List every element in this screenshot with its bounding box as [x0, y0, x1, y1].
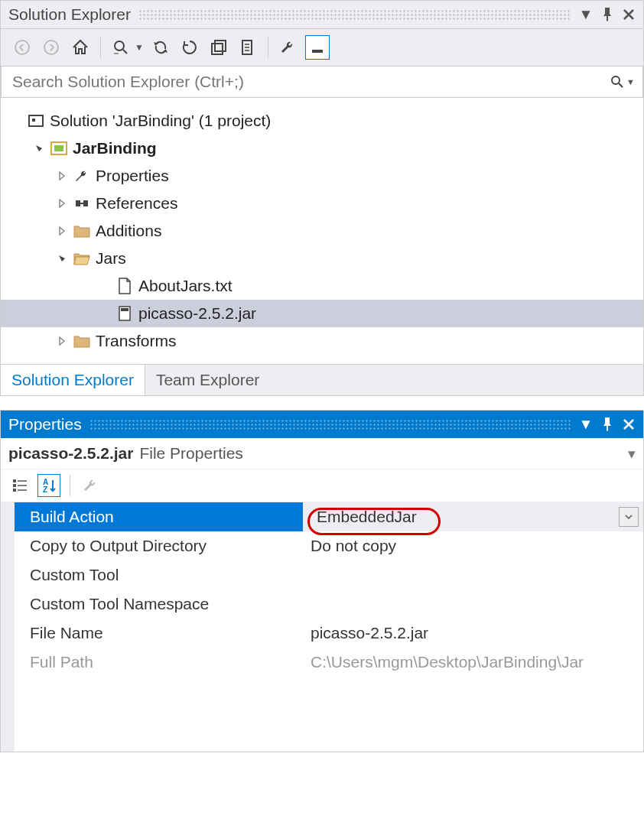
- tab-solution-explorer[interactable]: Solution Explorer: [1, 365, 145, 395]
- dropdown-arrow-icon[interactable]: [619, 507, 639, 527]
- prop-row-custom-tool[interactable]: Custom Tool: [1, 560, 643, 590]
- search-icon[interactable]: ▼: [610, 74, 635, 89]
- expander-icon[interactable]: [56, 225, 68, 237]
- property-grid-footer: [1, 677, 643, 752]
- svg-rect-16: [13, 479, 16, 482]
- tab-team-explorer[interactable]: Team Explorer: [145, 365, 270, 395]
- svg-rect-9: [32, 119, 35, 122]
- folder-icon: [73, 332, 91, 350]
- refresh-button[interactable]: [148, 35, 173, 60]
- prop-row-custom-tool-ns[interactable]: Custom Tool Namespace: [1, 590, 643, 619]
- solution-tree: Solution 'JarBinding' (1 project) JarBin…: [1, 98, 643, 364]
- prop-value[interactable]: [303, 590, 643, 619]
- expander-icon[interactable]: [33, 142, 45, 154]
- dropdown-icon[interactable]: ▼: [579, 417, 593, 431]
- prop-value[interactable]: Do not copy: [303, 531, 643, 560]
- svg-point-2: [115, 41, 124, 50]
- preview-button[interactable]: [305, 35, 330, 60]
- sync-button[interactable]: [177, 35, 202, 60]
- show-all-button[interactable]: [236, 35, 260, 60]
- svg-rect-15: [121, 308, 128, 311]
- folder-open-icon: [73, 249, 91, 268]
- prop-row-file-name[interactable]: File Name picasso-2.5.2.jar: [1, 619, 643, 648]
- solution-icon: [27, 112, 45, 130]
- alphabetical-button[interactable]: AZ: [37, 474, 60, 497]
- expander-icon[interactable]: [56, 252, 68, 265]
- prop-row-full-path[interactable]: Full Path C:\Users\mgm\Desktop\JarBindin…: [1, 648, 643, 677]
- additions-node[interactable]: Additions: [1, 217, 643, 245]
- pin-icon[interactable]: [600, 8, 614, 21]
- properties-title: Properties: [8, 415, 82, 434]
- project-label: JarBinding: [73, 139, 157, 158]
- picasso-jar-label: picasso-2.5.2.jar: [138, 304, 256, 323]
- prop-value: C:\Users\mgm\Desktop\JarBinding\Jar: [303, 648, 643, 677]
- separator: [70, 475, 70, 496]
- drag-handle[interactable]: [89, 419, 571, 430]
- properties-label: Properties: [96, 167, 169, 185]
- close-icon[interactable]: [622, 8, 636, 21]
- folder-icon: [73, 222, 91, 240]
- expander-icon[interactable]: [56, 170, 68, 182]
- properties-filetype: File Properties: [139, 444, 242, 463]
- prop-value[interactable]: picasso-2.5.2.jar: [303, 619, 643, 648]
- svg-rect-13: [83, 200, 88, 206]
- pin-icon[interactable]: [600, 417, 614, 431]
- prop-label: File Name: [1, 619, 303, 648]
- prop-label: Custom Tool: [1, 560, 303, 590]
- jars-label: Jars: [96, 249, 126, 268]
- svg-rect-4: [215, 41, 226, 51]
- jar-icon: [115, 304, 134, 323]
- categorized-button[interactable]: [8, 474, 31, 497]
- about-jars-node[interactable]: AboutJars.txt: [1, 272, 643, 300]
- properties-filename: picasso-2.5.2.jar: [8, 444, 133, 463]
- dropdown-icon[interactable]: ▼: [579, 8, 593, 21]
- svg-text:Z: Z: [43, 486, 47, 494]
- svg-point-0: [15, 41, 29, 54]
- expander-icon[interactable]: [56, 197, 68, 209]
- separator: [100, 37, 101, 58]
- scope-button[interactable]: [109, 35, 133, 60]
- svg-rect-6: [312, 50, 323, 53]
- scope-dropdown-icon[interactable]: ▼: [135, 42, 144, 53]
- svg-point-7: [612, 76, 620, 84]
- property-pages-button[interactable]: [80, 474, 102, 497]
- properties-node[interactable]: Properties: [1, 162, 643, 190]
- transforms-label: Transforms: [96, 332, 176, 350]
- properties-button[interactable]: [276, 35, 301, 60]
- close-icon[interactable]: [622, 417, 636, 431]
- prop-label: Copy to Output Directory: [1, 531, 303, 560]
- expander-icon[interactable]: [56, 335, 68, 347]
- transforms-node[interactable]: Transforms: [1, 327, 643, 355]
- references-node[interactable]: References: [1, 190, 643, 217]
- picasso-jar-node[interactable]: picasso-2.5.2.jar: [1, 300, 643, 327]
- prop-label: Build Action: [1, 502, 303, 531]
- svg-rect-11: [54, 145, 63, 151]
- prop-row-copy-output[interactable]: Copy to Output Directory Do not copy: [1, 531, 643, 560]
- home-button[interactable]: [68, 35, 93, 60]
- svg-rect-8: [29, 115, 43, 126]
- back-button[interactable]: [10, 35, 34, 60]
- panel-tabs: Solution Explorer Team Explorer: [1, 364, 643, 395]
- properties-toolbar: AZ: [1, 469, 643, 502]
- properties-panel: Properties ▼ picasso-2.5.2.jar File Prop…: [0, 410, 644, 752]
- wrench-icon: [73, 167, 91, 185]
- solution-explorer-header: Solution Explorer ▼: [1, 1, 643, 29]
- prop-label: Full Path: [1, 648, 303, 677]
- search-input[interactable]: [9, 70, 610, 94]
- svg-rect-12: [76, 200, 80, 206]
- forward-button[interactable]: [39, 35, 63, 60]
- drag-handle[interactable]: [138, 9, 571, 20]
- collapse-button[interactable]: [207, 35, 231, 60]
- subheader-dropdown-icon[interactable]: ▾: [628, 445, 636, 463]
- solution-node[interactable]: Solution 'JarBinding' (1 project): [1, 107, 643, 135]
- project-node[interactable]: JarBinding: [1, 135, 643, 162]
- jars-node[interactable]: Jars: [1, 245, 643, 272]
- svg-rect-18: [13, 489, 16, 492]
- separator: [268, 37, 268, 58]
- search-box[interactable]: ▼: [1, 66, 643, 98]
- prop-value[interactable]: EmbeddedJar: [303, 502, 643, 531]
- prop-row-build-action[interactable]: Build Action EmbeddedJar: [1, 502, 643, 531]
- solution-explorer-panel: Solution Explorer ▼ ▼: [0, 0, 644, 396]
- references-icon: [73, 194, 91, 213]
- prop-value[interactable]: [303, 560, 643, 590]
